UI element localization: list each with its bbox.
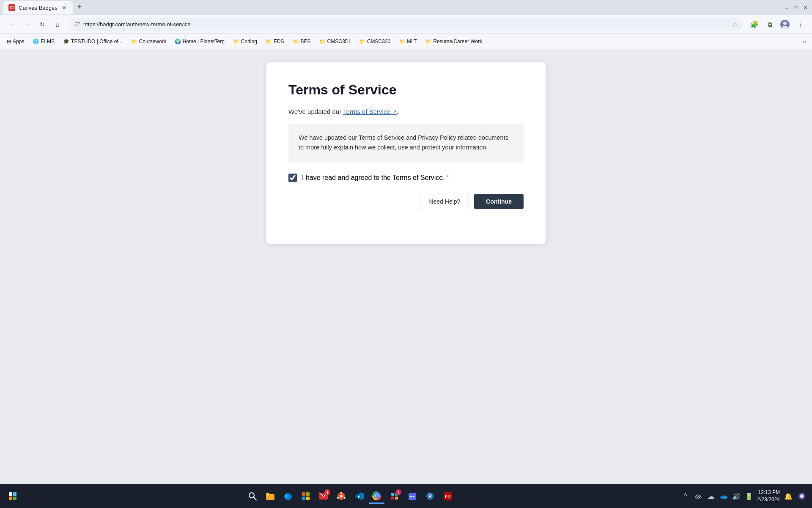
window-controls: – □ ✕ [783,4,809,11]
bookmark-resume[interactable]: 📁 Resume/Career Work [422,37,486,46]
bookmark-coding[interactable]: 📁 Coding [230,37,261,46]
tab-title: Canvas Badges [19,5,58,11]
taskbar-filezilla-button[interactable]: FZ [440,489,455,504]
taskbar-mail-button[interactable]: 1 [316,489,331,504]
coursework-folder-icon: 📁 [131,39,137,44]
taskbar-right: ^ ☁ 🔊 🔋 12:13 PM 2/28/2024 🔔 [680,489,807,503]
card-title: Terms of Service [288,82,524,98]
clock-time: 12:13 PM [757,489,780,496]
apps-grid-icon: ⊞ [7,39,11,44]
terms-link[interactable]: Terms of Service ↗ [343,108,397,115]
bookmark-cmsc330[interactable]: 📁 CMSC330 [356,37,394,46]
windows-logo-icon [9,492,16,500]
tray-onedrive-icon[interactable] [719,491,729,501]
bookmarks-overflow-button[interactable]: » [800,37,809,46]
taskbar-ubuntu-button[interactable] [334,489,349,504]
planetterp-icon: 🌍 [175,39,181,44]
bookmark-star-icon[interactable]: ☆ [732,21,738,28]
notification-bell-icon[interactable]: 🔔 [783,491,793,501]
bookmark-testudo[interactable]: 🎓 TESTUDO | Office of... [60,37,126,46]
bookmark-cmsc351-label: CMSC351 [327,39,351,44]
svg-rect-12 [302,497,305,500]
terms-checkbox-label: I have read and agreed to the Terms of S… [302,174,449,182]
bookmark-planetterp[interactable]: 🌍 Home | PlanetTerp [171,37,228,46]
taskbar-file-explorer-button[interactable] [263,489,278,504]
tray-network-icon[interactable] [693,491,703,501]
bookmark-bes-label: BES [301,39,311,44]
bookmark-apps-label: Apps [13,39,24,44]
taskbar-search-button[interactable] [245,489,260,504]
restore-button[interactable]: □ [793,4,799,11]
bookmark-mlt-label: MLT [407,39,417,44]
svg-rect-26 [391,493,394,496]
subtitle-prefix: We've updated our [288,108,343,115]
refresh-button[interactable]: ↻ [36,18,49,31]
cmsc330-folder-icon: 📁 [359,39,365,44]
system-clock[interactable]: 12:13 PM 2/28/2024 [757,489,780,503]
profile-button[interactable] [778,18,792,31]
required-asterisk: * [447,174,449,181]
svg-rect-10 [302,492,305,496]
taskbar-discord-button[interactable] [405,489,420,504]
tray-cloud-icon[interactable]: ☁ [706,491,716,501]
bookmark-coursework[interactable]: 📁 Coursework [128,37,170,46]
bookmark-mlt[interactable]: 📁 MLT [395,37,420,46]
svg-point-36 [697,498,699,500]
continue-button[interactable]: Continue [474,194,524,209]
forward-button[interactable]: → [20,18,34,31]
tray-chevron-icon[interactable]: ^ [680,491,691,501]
tray-speaker-icon[interactable]: 🔊 [731,491,741,501]
tab-close-button[interactable]: ✕ [61,4,68,11]
taskbar-store-button[interactable] [298,489,313,504]
bookmark-eds[interactable]: 📁 EDS [262,37,288,46]
start-button[interactable] [5,489,20,504]
bookmark-coursework-label: Coursework [139,39,166,44]
bookmark-cmsc351[interactable]: 📁 CMSC351 [316,37,354,46]
menu-button[interactable]: ⋮ [793,18,807,31]
taskbar: 1 [0,484,812,508]
terms-checkbox[interactable] [288,174,297,182]
svg-point-19 [337,497,339,499]
testudo-icon: 🎓 [63,39,69,44]
copilot-icon[interactable] [797,491,807,501]
split-view-button[interactable]: ⧉ [763,18,776,31]
minimize-button[interactable]: – [783,4,790,11]
taskbar-slack-button[interactable]: ! [387,489,402,504]
svg-point-17 [340,492,342,494]
new-tab-button[interactable]: + [74,1,85,13]
back-button[interactable]: ← [5,18,19,31]
title-bar: Canvas Badges ✕ + – □ ✕ [0,0,812,15]
tab-favicon [8,4,15,11]
coding-folder-icon: 📁 [233,39,239,44]
taskbar-chrome-button[interactable] [369,489,384,504]
terms-card: Terms of Service We've updated our Terms… [266,62,546,244]
svg-rect-11 [306,492,310,496]
svg-rect-28 [391,497,394,500]
tray-battery-icon[interactable]: 🔋 [744,491,754,501]
terms-checkbox-row: I have read and agreed to the Terms of S… [288,174,524,182]
bookmark-bes[interactable]: 📁 BES [289,37,314,46]
bookmark-coding-label: Coding [241,39,257,44]
taskbar-edge-button[interactable] [280,489,296,504]
svg-rect-13 [306,497,310,500]
system-tray: ^ ☁ 🔊 🔋 [680,491,754,501]
svg-point-1 [11,7,13,9]
bookmark-elms[interactable]: 🌐 ELMS [29,37,58,46]
svg-rect-29 [395,497,398,500]
need-help-button[interactable]: Need Help? [420,194,469,209]
browser-tab[interactable]: Canvas Badges ✕ [3,1,73,14]
taskbar-pinned-apps: 1 [23,489,678,504]
extensions-button[interactable]: 🧩 [748,18,761,31]
home-button[interactable]: ⌂ [51,18,64,31]
bookmark-apps[interactable]: ⊞ Apps [3,37,27,46]
taskbar-r-button[interactable]: R [422,489,438,504]
bookmark-cmsc330-label: CMSC330 [367,39,390,44]
security-icon: 🛡 [74,21,80,28]
terms-body-text: We have updated our Terms of Service and… [288,124,524,162]
taskbar-vscode-button[interactable] [351,489,367,504]
address-bar[interactable]: 🛡 https://badgr.com/auth/new-terms-of-se… [69,18,743,31]
svg-text:R: R [428,494,432,500]
close-button[interactable]: ✕ [802,4,809,11]
slack-badge: ! [395,489,401,495]
eds-folder-icon: 📁 [266,39,272,44]
